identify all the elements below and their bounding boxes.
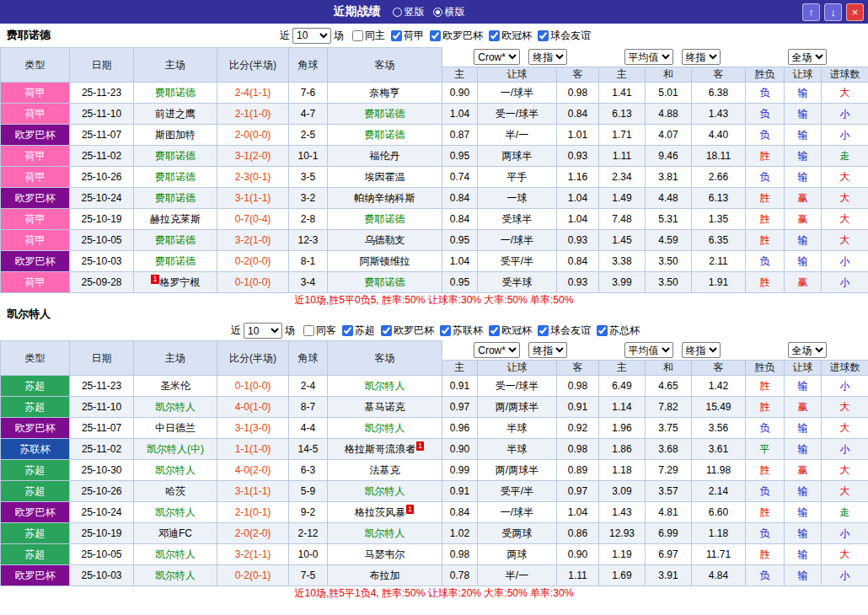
score: 0-7(0-4) <box>217 209 289 230</box>
europe-source-select[interactable]: 平均值 <box>624 49 673 65</box>
corner-score: 3-4 <box>289 272 328 293</box>
away-team-name: 福伦丹 <box>370 150 400 162</box>
result-outcome: 胜 <box>746 544 785 565</box>
header-control-row: 类型 日期 主场 比分(半场) 角球 客场 Crow*终指 平均值终指 全场 <box>1 48 868 67</box>
summary-line: 近10场,胜5平0负5, 胜率:50% 让球率:30% 大率:50% 单率:50… <box>0 293 868 307</box>
score: 4-0(2-0) <box>217 460 289 481</box>
score: 1-1(1-0) <box>217 439 289 460</box>
europe-source-select[interactable]: 平均值 <box>624 342 673 358</box>
league-filter-4-checkbox[interactable] <box>538 325 549 336</box>
odds-period-select[interactable]: 终指 <box>528 342 567 358</box>
home-team-name: 哈茨 <box>165 485 185 497</box>
home-team-name: 费耶诺德 <box>155 171 196 183</box>
away-team: 法基克 <box>328 460 442 481</box>
odds-source-select[interactable]: Crow* <box>474 342 520 358</box>
eu-home-odds: 1.86 <box>599 439 646 460</box>
result-goals: 大 <box>822 188 868 209</box>
eu-home-odds: 1.19 <box>599 544 646 565</box>
ah-handicap: 半球 <box>478 439 557 460</box>
home-team-name: 凯尔特人 <box>155 401 196 413</box>
result-handicap: 赢 <box>785 397 822 418</box>
same-venue-filter-checkbox[interactable] <box>352 30 363 41</box>
home-team-name: 费耶诺德 <box>155 255 196 267</box>
scope-select[interactable]: 全场 <box>788 49 827 65</box>
league-filter-4: 球会友谊 <box>538 324 591 338</box>
match-row: 荷甲25-11-10前进之鹰2-1(1-0)4-7费耶诺德1.04受一/球半0.… <box>1 104 868 125</box>
score: 2-0(2-0) <box>217 523 289 544</box>
col-header-ah-home: 主 <box>442 67 478 83</box>
scroll-down-button[interactable]: ↓ <box>824 3 842 21</box>
close-button[interactable]: × <box>846 3 864 21</box>
europe-period-select[interactable]: 终指 <box>682 49 721 65</box>
league-filter-0-checkbox[interactable] <box>342 325 353 336</box>
away-team: 布拉加 <box>328 565 442 586</box>
league-filter-1: 欧罗巴杯 <box>430 29 483 43</box>
league-badge: 荷甲 <box>1 83 70 104</box>
match-date: 25-11-07 <box>70 418 134 439</box>
ah-home-odds: 0.90 <box>442 83 478 104</box>
score: 3-1(3-0) <box>217 418 289 439</box>
score: 2-3(0-1) <box>217 167 289 188</box>
result-goals: 大 <box>822 418 868 439</box>
ah-away-odds: 1.16 <box>557 167 599 188</box>
eu-home-odds: 2.34 <box>599 167 646 188</box>
team-name: 费耶诺德 <box>7 28 51 43</box>
eu-draw-odds: 7.82 <box>646 397 692 418</box>
eu-away-odds: 18.11 <box>692 146 746 167</box>
odds-period-select[interactable]: 终指 <box>528 49 567 65</box>
col-header-goals-result: 进球数 <box>822 67 868 83</box>
away-team-name: 乌德勒支 <box>365 234 405 246</box>
match-row: 欧罗巴杯25-11-07斯图加特2-0(0-0)2-5费耶诺德0.87半/一1.… <box>1 125 868 146</box>
corner-score: 2-4 <box>289 376 328 397</box>
home-team-name: 凯尔特人 <box>155 548 196 560</box>
league-filter-2-checkbox[interactable] <box>489 30 500 41</box>
result-handicap: 输 <box>785 523 822 544</box>
league-filter-5-checkbox[interactable] <box>597 325 608 336</box>
league-filter-3-checkbox[interactable] <box>489 325 500 336</box>
odds-source-select[interactable]: Crow* <box>474 49 520 65</box>
league-badge: 欧罗巴杯 <box>1 188 70 209</box>
league-filter-1-checkbox[interactable] <box>381 325 392 336</box>
result-outcome: 胜 <box>746 502 785 523</box>
result-outcome: 胜 <box>746 397 785 418</box>
result-handicap: 输 <box>785 376 822 397</box>
league-filter-1-checkbox[interactable] <box>430 30 441 41</box>
summary-line: 近10场,胜5平1负4, 胜率:50% 让球率:20% 大率:50% 单率:30… <box>0 586 868 600</box>
match-row: 荷甲25-10-05费耶诺德3-2(1-0)12-3乌德勒支0.95一/球半0.… <box>1 230 868 251</box>
scope-select[interactable]: 全场 <box>788 342 827 358</box>
league-badge: 苏超 <box>1 460 70 481</box>
down-arrow-icon: ↓ <box>830 7 836 18</box>
layout-radio-vertical[interactable] <box>393 8 402 17</box>
europe-period-select[interactable]: 终指 <box>682 342 721 358</box>
same-venue-filter-checkbox[interactable] <box>303 325 314 336</box>
corner-score: 4-7 <box>289 104 328 125</box>
home-team-name: 赫拉克莱斯 <box>150 213 201 225</box>
filter-bar: 近10场同客苏超欧罗巴杯苏联杯欧冠杯球会友谊苏总杯 <box>228 323 640 339</box>
home-team-name: 费耶诺德 <box>155 192 196 204</box>
home-team-name: 斯图加特 <box>155 129 196 141</box>
ah-away-odds: 0.93 <box>557 230 599 251</box>
result-handicap: 输 <box>785 125 822 146</box>
result-outcome: 胜 <box>746 376 785 397</box>
match-count-select[interactable]: 10 <box>292 28 331 44</box>
home-team-name: 格罗宁根 <box>160 276 201 288</box>
result-goals: 大 <box>822 230 868 251</box>
away-team: 基马诺克 <box>328 397 442 418</box>
result-outcome: 负 <box>746 125 785 146</box>
league-filter-0-checkbox[interactable] <box>391 30 402 41</box>
league-filter-5-label: 苏总杯 <box>609 324 640 338</box>
league-filter-3-checkbox[interactable] <box>538 30 549 41</box>
ah-home-odds: 0.97 <box>442 397 478 418</box>
ah-home-odds: 0.95 <box>442 230 478 251</box>
layout-radio-horizontal[interactable] <box>433 8 442 17</box>
league-filter-2-checkbox[interactable] <box>440 325 451 336</box>
eu-away-odds: 1.35 <box>692 209 746 230</box>
away-team: 福伦丹 <box>328 146 442 167</box>
corner-score: 2-5 <box>289 125 328 146</box>
match-date: 25-10-24 <box>70 502 134 523</box>
match-count-select[interactable]: 10 <box>244 323 282 339</box>
scroll-up-button[interactable]: ↑ <box>802 3 820 21</box>
ah-away-odds: 0.89 <box>557 460 599 481</box>
match-date: 25-10-30 <box>70 460 134 481</box>
home-team: 赫拉克莱斯 <box>134 209 217 230</box>
